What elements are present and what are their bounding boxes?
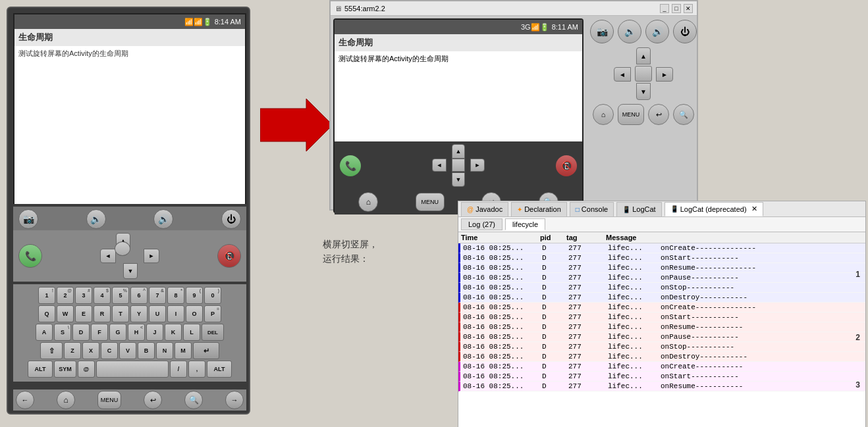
right-panel-dpad-up[interactable]: ▲: [636, 47, 651, 64]
left-ctrl-back[interactable]: ↩: [144, 391, 162, 409]
right-call-btn[interactable]: 📞: [340, 155, 361, 176]
key-n[interactable]: N: [156, 342, 173, 359]
key-r[interactable]: R: [94, 305, 111, 322]
key-l[interactable]: L: [183, 324, 200, 341]
left-ctrl-menu[interactable]: MENU: [97, 391, 121, 409]
key-3[interactable]: 3#: [75, 287, 92, 304]
left-dpad-left[interactable]: ◄: [100, 249, 116, 263]
key-v[interactable]: V: [119, 342, 136, 359]
left-ctrl-camera[interactable]: 📷: [18, 209, 38, 229]
right-minimize-btn[interactable]: _: [660, 4, 669, 13]
right-dpad-right[interactable]: ►: [470, 159, 485, 172]
key-b[interactable]: B: [138, 342, 155, 359]
left-arrow-left[interactable]: ←: [16, 391, 34, 409]
key-4[interactable]: 4$: [94, 287, 111, 304]
right-dpad-center[interactable]: [452, 159, 465, 172]
key-d[interactable]: D: [72, 324, 90, 341]
key-shift[interactable]: ⇧: [40, 342, 63, 359]
key-5[interactable]: 5%: [112, 287, 129, 304]
key-6[interactable]: 6^: [130, 287, 148, 304]
right-close-btn[interactable]: ✕: [684, 4, 693, 13]
left-ctrl-vol-up[interactable]: 🔊: [153, 209, 173, 229]
right-panel-home-btn[interactable]: ⌂: [593, 104, 614, 125]
key-q[interactable]: Q: [38, 305, 55, 322]
left-end-call-btn[interactable]: 📵: [217, 244, 241, 268]
right-panel-search-btn[interactable]: 🔍: [673, 104, 694, 125]
key-o[interactable]: O: [186, 305, 203, 322]
tab-declaration[interactable]: ✦ Declaration: [511, 202, 567, 216]
key-at[interactable]: @: [78, 361, 95, 378]
key-t[interactable]: T: [112, 305, 129, 322]
key-j[interactable]: J: [146, 324, 163, 341]
left-ctrl-search[interactable]: 🔍: [184, 391, 203, 409]
left-dpad-right[interactable]: ►: [144, 249, 159, 263]
subtab-lifecycle[interactable]: lifecycle: [505, 218, 545, 230]
right-panel-dpad-down[interactable]: ▼: [636, 83, 651, 100]
right-vol-up-btn[interactable]: 🔊: [645, 20, 669, 43]
subtab-log[interactable]: Log (27): [461, 218, 502, 230]
key-alt-left[interactable]: ALT: [28, 361, 53, 378]
right-menu-btn[interactable]: MENU: [416, 193, 445, 211]
right-maximize-btn[interactable]: □: [672, 4, 681, 13]
right-panel-dpad-left[interactable]: ◄: [614, 67, 631, 82]
key-alt-right[interactable]: ALT: [207, 361, 232, 378]
key-z[interactable]: Z: [64, 342, 81, 359]
log-message: onCreate--------------: [661, 244, 863, 252]
left-ctrl-power[interactable]: ⏻: [221, 209, 241, 229]
right-camera-btn[interactable]: 📷: [590, 20, 614, 43]
right-end-call-btn[interactable]: 📵: [556, 155, 577, 176]
right-panel-dpad-center[interactable]: [635, 66, 652, 82]
log-tag: lifec...: [608, 333, 661, 341]
tab-logcat-deprecated[interactable]: 📱 LogCat (deprecated) ✕: [665, 202, 763, 216]
key-e[interactable]: E: [75, 305, 92, 322]
left-call-btn[interactable]: 📞: [18, 244, 42, 268]
key-f[interactable]: F: [91, 324, 108, 341]
right-home-btn[interactable]: ⌂: [358, 192, 378, 212]
key-w[interactable]: W: [57, 305, 74, 322]
log-time: 08-16 08:25...: [463, 363, 542, 370]
left-dpad-center[interactable]: [115, 241, 130, 256]
key-c[interactable]: C: [101, 342, 118, 359]
left-ctrl-vol-down[interactable]: 🔉: [86, 209, 106, 229]
key-8[interactable]: 8*: [167, 287, 184, 304]
key-1[interactable]: 1!: [38, 287, 55, 304]
key-k[interactable]: K: [165, 324, 182, 341]
right-panel-back-btn[interactable]: ↩: [648, 104, 669, 125]
tab-logcat[interactable]: 📱 LogCat: [616, 202, 661, 216]
right-dpad-up[interactable]: ▲: [452, 144, 465, 159]
tab-javadoc[interactable]: @ Javadoc: [461, 202, 508, 216]
key-7[interactable]: 7&: [149, 287, 166, 304]
key-enter[interactable]: ↵: [193, 342, 219, 359]
key-i[interactable]: I: [167, 305, 184, 322]
right-dpad-left[interactable]: ◄: [432, 159, 447, 172]
key-9[interactable]: 9(: [186, 287, 203, 304]
left-time: 8:14 AM: [215, 18, 241, 26]
key-u[interactable]: U: [149, 305, 166, 322]
logcat-deprecated-close[interactable]: ✕: [751, 205, 757, 213]
tab-console[interactable]: □ Console: [570, 202, 614, 216]
right-panel-dpad-right[interactable]: ►: [656, 67, 673, 82]
key-sym[interactable]: SYM: [54, 361, 76, 378]
key-h[interactable]: H<: [128, 324, 145, 341]
key-2[interactable]: 2@: [57, 287, 74, 304]
key-slash[interactable]: /: [170, 361, 187, 378]
right-power-btn[interactable]: ⏻: [673, 20, 697, 43]
key-p[interactable]: P=: [204, 305, 221, 322]
left-dpad-down[interactable]: ▼: [123, 263, 138, 279]
right-dpad-down[interactable]: ▼: [452, 172, 465, 187]
log-time: 08-16 08:25...: [463, 303, 542, 311]
key-s[interactable]: S\: [54, 324, 71, 341]
key-0[interactable]: 0): [204, 287, 221, 304]
key-del[interactable]: DEL: [202, 324, 224, 341]
key-x[interactable]: X: [82, 342, 99, 359]
key-a[interactable]: A: [36, 324, 53, 341]
key-space[interactable]: [96, 361, 169, 378]
key-m[interactable]: M: [175, 342, 192, 359]
key-y[interactable]: Y: [130, 305, 148, 322]
right-panel-menu-btn[interactable]: MENU: [618, 104, 644, 125]
left-arrow-right[interactable]: →: [225, 391, 244, 409]
key-comma[interactable]: ,: [188, 361, 205, 378]
key-g[interactable]: G: [109, 324, 126, 341]
left-ctrl-home[interactable]: ⌂: [57, 391, 75, 409]
right-vol-down-btn[interactable]: 🔉: [618, 20, 641, 43]
